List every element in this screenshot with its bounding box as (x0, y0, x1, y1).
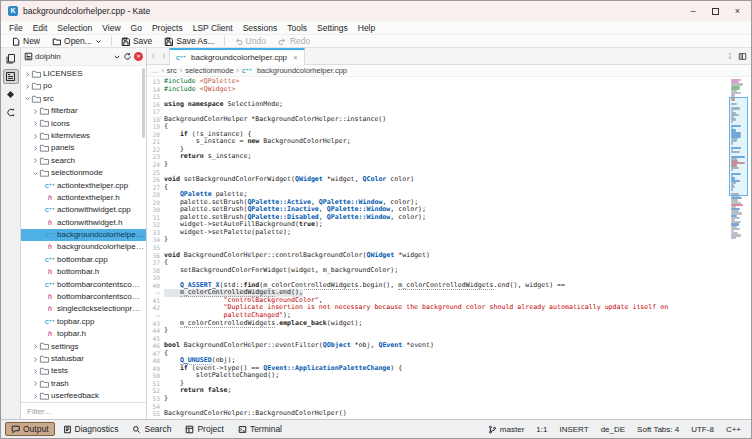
tree-item-actionwithwidget-cpp[interactable]: C⁺⁺actionwithwidget.cpp (21, 204, 146, 216)
expand-icon[interactable] (31, 393, 39, 400)
maximize-button[interactable] (712, 8, 719, 15)
sidebar-button-project-tree[interactable] (3, 69, 19, 84)
menu-tools[interactable]: Tools (282, 23, 312, 33)
menu-settings[interactable]: Settings (312, 23, 353, 33)
tab-overflow-icon[interactable] (726, 52, 734, 61)
tree-item-src[interactable]: src (21, 93, 146, 105)
dictionary-button[interactable]: de_DE (595, 425, 631, 434)
tree-item-licenses[interactable]: LICENSES (21, 68, 146, 80)
expand-icon[interactable] (31, 356, 39, 363)
menu-go[interactable]: Go (126, 23, 147, 33)
tree-item-topbar-h[interactable]: htopbar.h (21, 328, 146, 340)
toolbar-button-save[interactable]: Save (115, 35, 158, 47)
insert-mode-button[interactable]: INSERT (553, 425, 594, 434)
toolview-button-project[interactable]: Project (179, 422, 229, 436)
tree-item-icons[interactable]: icons (21, 118, 146, 130)
tree-item-userfeedback[interactable]: userfeedback (21, 390, 146, 402)
line-number: 53 (147, 395, 164, 403)
cpp-file-icon: C⁺⁺ (45, 180, 55, 192)
breadcrumb-item-src[interactable]: src (167, 66, 177, 75)
expand-icon[interactable] (31, 120, 39, 127)
project-dropdown-icon[interactable] (113, 52, 121, 61)
close-button[interactable]: × (735, 6, 740, 16)
expand-icon[interactable] (23, 83, 31, 90)
toolview-button-label: Output (23, 424, 49, 434)
expand-icon[interactable] (31, 145, 39, 152)
menu-edit[interactable]: Edit (28, 23, 53, 33)
expand-icon[interactable] (31, 108, 39, 115)
refresh-icon[interactable] (123, 52, 132, 61)
sidebar-button-symbols[interactable] (3, 105, 19, 120)
tree-item-filterbar[interactable]: filterbar (21, 105, 146, 117)
toolbar-button-save-as[interactable]: Save As... (158, 35, 220, 47)
tree-item-settings[interactable]: settings (21, 341, 146, 353)
tree-item-actiontexthelper-cpp[interactable]: C⁺⁺actiontexthelper.cpp (21, 180, 146, 192)
expand-icon[interactable] (31, 380, 39, 387)
menu-lsp-client[interactable]: LSP Client (188, 23, 238, 33)
breadcrumb-item-backgroundcolorhelper-cpp[interactable]: backgroundcolorhelper.cpp (257, 66, 347, 75)
toolview-button-output[interactable]: Output (5, 422, 55, 436)
expand-icon[interactable] (23, 71, 31, 78)
toolview-button-terminal[interactable]: Terminal (232, 422, 288, 436)
toolbar-button-new[interactable]: New (5, 35, 46, 47)
tree-item-bottombar-cpp[interactable]: C⁺⁺bottombar.cpp (21, 254, 146, 266)
minimap[interactable] (731, 79, 747, 239)
menu-sessions[interactable]: Sessions (238, 23, 283, 33)
tree-item-po[interactable]: po (21, 80, 146, 92)
tree-item-actiontexthelper-h[interactable]: hactiontexthelper.h (21, 192, 146, 204)
tree-item-bottombarcontentscont[interactable]: C⁺⁺bottombarcontentscont… (21, 279, 146, 291)
filter-input[interactable] (25, 406, 142, 417)
expand-icon[interactable] (31, 368, 39, 375)
cursor-position[interactable]: 1:1 (530, 425, 553, 434)
menu-help[interactable]: Help (353, 23, 380, 33)
code-token: <QWidget> (200, 85, 236, 93)
minimap-viewport[interactable] (729, 97, 748, 196)
tree-item-kitemviews[interactable]: kitemviews (21, 130, 146, 142)
encoding-button[interactable]: UTF-8 (685, 425, 720, 434)
minimize-button[interactable]: – (691, 6, 696, 16)
code-editor[interactable]: 13#include <QPalette>14#include <QWidget… (147, 78, 729, 419)
tree-item-singleclickselectionproxy[interactable]: hsingleclickselectionproxy… (21, 303, 146, 315)
split-view-icon[interactable] (738, 51, 747, 60)
tree-item-panels[interactable]: panels (21, 142, 146, 154)
breadcrumb-item-selectionmode[interactable]: selectionmode (185, 66, 233, 75)
expand-icon[interactable] (31, 157, 39, 164)
toolview-button-diagnostics[interactable]: Diagnostics (57, 422, 125, 436)
close-project-icon[interactable]: × (134, 52, 143, 61)
tree-item-bottombarcontentscont[interactable]: hbottombarcontentscont… (21, 291, 146, 303)
toolview-button-label: Project (197, 424, 223, 434)
sidebar-button-documents[interactable] (3, 51, 19, 66)
menu-selection[interactable]: Selection (52, 23, 97, 33)
menu-view[interactable]: View (97, 23, 125, 33)
toolbar-button-open[interactable]: Open... (46, 35, 108, 47)
tree-item-backgroundcolorhelper-c[interactable]: C⁺⁺backgroundcolorhelper.c… (21, 229, 146, 241)
git-branch-button[interactable]: master (482, 425, 530, 434)
line-number: 20 (147, 131, 164, 139)
syntax-mode-button[interactable]: C++ (720, 425, 747, 434)
collapse-icon[interactable] (31, 170, 39, 177)
tree-item-topbar-cpp[interactable]: C⁺⁺topbar.cpp (21, 316, 146, 328)
titlebar[interactable]: K backgroundcolorhelper.cpp - Kate – × (1, 1, 751, 21)
split-icon (738, 52, 747, 61)
kate-app-icon: K (8, 6, 18, 16)
tab-close-icon[interactable]: × (293, 53, 298, 62)
tree-item-actionwithwidget-h[interactable]: hactionwithwidget.h (21, 217, 146, 229)
collapse-icon[interactable] (23, 95, 31, 102)
expand-icon[interactable] (31, 343, 39, 350)
tab-backgroundcolorhelper[interactable]: C⁺⁺ backgroundcolorhelper.cpp × (169, 48, 305, 65)
tree-item-backgroundcolorhelper-h[interactable]: hbackgroundcolorhelper.h (21, 241, 146, 253)
tree-scrollbar[interactable] (142, 68, 145, 138)
chevron-down-icon (113, 53, 121, 61)
tab-settings-button[interactable]: Soft Tabs: 4 (631, 425, 685, 434)
toolview-button-search[interactable]: Search (126, 422, 177, 436)
expand-icon[interactable] (31, 133, 39, 140)
tree-item-search[interactable]: search (21, 155, 146, 167)
tree-item-selectionmode[interactable]: selectionmode (21, 167, 146, 179)
tree-item-tests[interactable]: tests (21, 365, 146, 377)
tree-item-bottombar-h[interactable]: hbottombar.h (21, 266, 146, 278)
tree-item-statusbar[interactable]: statusbar (21, 353, 146, 365)
tree-item-trash[interactable]: trash (21, 378, 146, 390)
menu-file[interactable]: File (4, 23, 28, 33)
sidebar-button-git[interactable] (3, 87, 19, 102)
menu-projects[interactable]: Projects (147, 23, 188, 33)
